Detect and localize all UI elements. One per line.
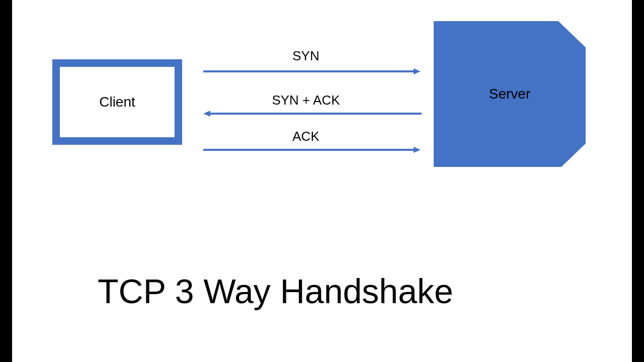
arrow-synack xyxy=(210,113,422,115)
server-node: Server xyxy=(434,21,586,167)
arrow-label-syn: SYN xyxy=(256,48,356,64)
arrow-right-icon xyxy=(414,68,421,74)
diagram-title: TCP 3 Way Handshake xyxy=(98,272,453,311)
arrow-ack xyxy=(203,149,415,151)
arrow-label-synack: SYN + ACK xyxy=(240,93,371,108)
server-label: Server xyxy=(489,86,530,102)
arrow-syn xyxy=(203,70,415,72)
client-node: Client xyxy=(52,59,182,145)
arrow-left-icon xyxy=(203,111,210,117)
arrow-label-ack: ACK xyxy=(256,129,356,144)
arrow-right-icon xyxy=(414,147,421,153)
diagram-canvas: Client Server SYN SYN + ACK ACK TCP 3 Wa… xyxy=(12,0,632,362)
client-label: Client xyxy=(99,94,135,110)
